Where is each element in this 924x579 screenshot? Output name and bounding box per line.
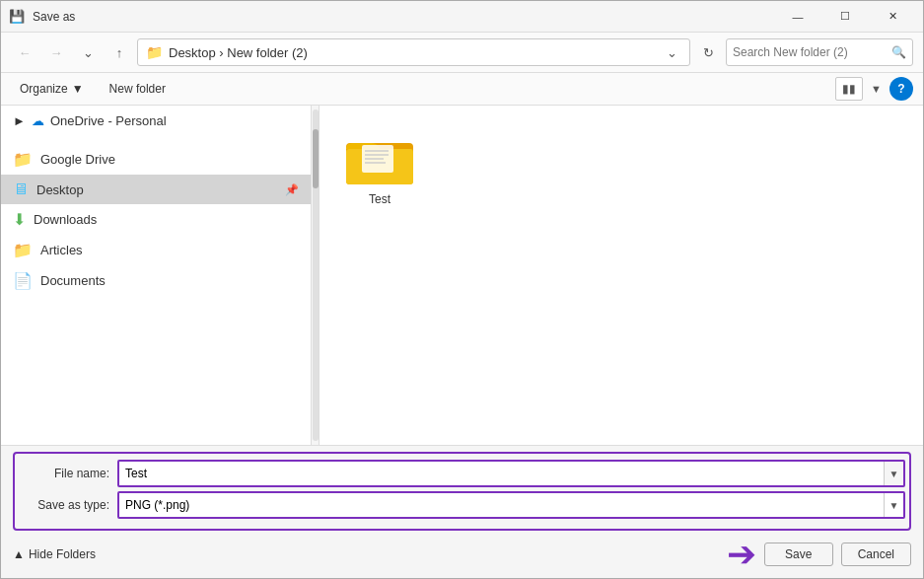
search-icon: 🔍 — [891, 45, 906, 59]
sidebar-item-documents[interactable]: 📄 Documents 📌 — [1, 265, 311, 296]
onedrive-label: OneDrive - Personal — [50, 113, 167, 128]
toolbar: Organize ▼ New folder ▮▮ ▼ ? — [1, 73, 923, 106]
refresh-button[interactable]: ↻ — [694, 38, 722, 66]
filename-label: File name: — [19, 467, 117, 480]
filename-dropdown-arrow[interactable]: ▼ — [884, 462, 903, 485]
path-text: Desktop › New folder (2) — [169, 45, 663, 60]
scrollbar-thumb[interactable] — [313, 129, 319, 188]
path-dropdown-button[interactable]: ⌄ — [663, 45, 681, 60]
filename-input-wrapper: ▼ — [117, 460, 905, 487]
savetype-select[interactable]: PNG (*.png) JPEG (*.jpg) BMP (*.bmp) GIF… — [119, 493, 884, 517]
save-arrow-annotation: ➔ — [727, 537, 756, 572]
folder-test-label: Test — [369, 192, 391, 206]
savetype-label: Save as type: — [19, 498, 117, 512]
savetype-dropdown-arrow[interactable]: ▼ — [884, 493, 903, 517]
main-area: ► ☁ OneDrive - Personal 📁 Google Drive 📌… — [1, 106, 923, 445]
organize-label: Organize — [20, 82, 68, 96]
recent-locations-button[interactable]: ⌄ — [74, 38, 102, 66]
view-button[interactable]: ▮▮ — [835, 77, 863, 101]
sidebar-spacer-1 — [1, 132, 311, 144]
sidebar-item-desktop[interactable]: 🖥 Desktop 📌 — [1, 175, 311, 204]
address-path[interactable]: 📁 Desktop › New folder (2) ⌄ — [137, 38, 690, 66]
forward-button[interactable]: → — [42, 38, 70, 66]
sidebar: ► ☁ OneDrive - Personal 📁 Google Drive 📌… — [1, 106, 312, 445]
articles-label: Articles — [40, 243, 83, 257]
form-outline-box: File name: ▼ Save as type: PNG (*.png) J… — [13, 452, 911, 531]
downloads-icon: ⬇ — [13, 210, 26, 229]
savetype-row: Save as type: PNG (*.png) JPEG (*.jpg) B… — [19, 491, 905, 519]
window-title: Save as — [33, 10, 75, 24]
sidebar-item-google-drive[interactable]: 📁 Google Drive 📌 — [1, 144, 311, 175]
sidebar-group-onedrive[interactable]: ► ☁ OneDrive - Personal — [1, 106, 311, 132]
bottom-bar: File name: ▼ Save as type: PNG (*.png) J… — [1, 445, 923, 578]
pin-icon-desktop: 📌 — [285, 183, 299, 196]
title-controls: — ☐ ✕ — [775, 1, 915, 33]
title-bar-left: 💾 Save as — [9, 9, 75, 25]
filename-row: File name: ▼ — [19, 460, 905, 487]
new-folder-label: New folder — [109, 82, 166, 96]
save-as-dialog: 💾 Save as — ☐ ✕ ← → ⌄ ↑ 📁 Desktop › New … — [0, 0, 924, 579]
onedrive-icon: ☁ — [32, 113, 44, 128]
action-buttons: ➔ Save Cancel — [727, 537, 911, 572]
cancel-button[interactable]: Cancel — [841, 543, 911, 566]
articles-icon: 📁 — [13, 241, 33, 259]
filename-input[interactable] — [119, 462, 884, 485]
back-button[interactable]: ← — [11, 38, 38, 66]
sidebar-item-downloads[interactable]: ⬇ Downloads 📌 — [1, 204, 311, 235]
sidebar-scrollbar[interactable] — [312, 106, 320, 445]
savetype-select-wrapper: PNG (*.png) JPEG (*.jpg) BMP (*.bmp) GIF… — [117, 491, 905, 519]
search-box: 🔍 — [726, 38, 913, 66]
path-folder-icon: 📁 — [146, 44, 163, 60]
minimize-button[interactable]: — — [775, 1, 820, 33]
sidebar-item-articles[interactable]: 📁 Articles 📌 — [1, 235, 311, 265]
organize-button[interactable]: Organize ▼ — [11, 78, 93, 100]
search-input[interactable] — [733, 45, 888, 59]
desktop-icon: 🖥 — [13, 181, 29, 198]
downloads-label: Downloads — [34, 212, 97, 227]
google-drive-label: Google Drive — [40, 152, 115, 167]
save-button[interactable]: Save — [764, 543, 833, 566]
documents-label: Documents — [40, 273, 106, 288]
hide-folders-chevron: ▲ — [13, 547, 25, 561]
folder-icon-test — [344, 129, 415, 188]
file-area: Test — [320, 106, 923, 445]
folder-item-test[interactable]: Test — [335, 121, 424, 214]
window-icon: 💾 — [9, 9, 25, 25]
up-button[interactable]: ↑ — [106, 38, 133, 66]
new-folder-button[interactable]: New folder — [101, 78, 175, 100]
bottom-actions: ▲ Hide Folders ➔ Save Cancel — [13, 537, 911, 572]
google-drive-icon: 📁 — [13, 150, 33, 169]
desktop-label: Desktop — [36, 182, 84, 197]
maximize-button[interactable]: ☐ — [822, 1, 868, 33]
close-button[interactable]: ✕ — [870, 1, 915, 33]
help-button[interactable]: ? — [889, 77, 913, 101]
view-dropdown-button[interactable]: ▼ — [871, 83, 882, 95]
hide-folders-label: Hide Folders — [29, 547, 96, 561]
documents-icon: 📄 — [13, 271, 33, 290]
address-bar: ← → ⌄ ↑ 📁 Desktop › New folder (2) ⌄ ↻ 🔍 — [1, 33, 923, 73]
organize-arrow: ▼ — [72, 82, 84, 96]
title-bar: 💾 Save as — ☐ ✕ — [1, 1, 923, 33]
expand-icon: ► — [13, 113, 26, 128]
scrollbar-track — [313, 109, 319, 441]
hide-folders-toggle[interactable]: ▲ Hide Folders — [13, 547, 96, 561]
